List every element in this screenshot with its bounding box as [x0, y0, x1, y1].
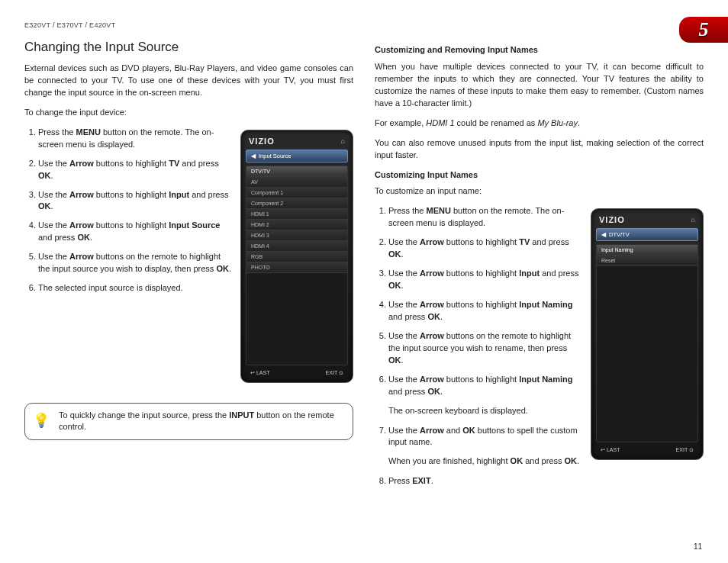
list-item: HDMI 2 [246, 220, 347, 230]
osd-list: Input Naming Reset [596, 244, 698, 442]
subhead-customize-remove: Customizing and Removing Input Names [375, 44, 704, 56]
list-item: DTV/TV [246, 166, 347, 177]
osd-last-label: LAST [250, 370, 269, 376]
osd-list: DTV/TV AV Component 1 Component 2 HDMI 1… [246, 166, 348, 365]
subhead-customize-names: Customizing Input Names [375, 169, 704, 182]
page-number: 11 [694, 542, 702, 551]
bulb-icon: 💡 [33, 412, 50, 431]
list-item: Component 2 [246, 198, 347, 209]
list-item: HDMI 3 [246, 230, 347, 241]
chapter-number: 5 [699, 18, 709, 41]
list-item: HDMI 4 [246, 241, 347, 252]
osd-mock-input-source: VIZIO ⌂ ◀ Input Source DTV/TV AV Compone… [240, 130, 353, 383]
lead-in-right: To customize an input name: [375, 185, 704, 198]
osd-title-bar: ◀ DTV/TV [596, 228, 698, 241]
osd-title: Input Source [259, 153, 292, 159]
osd-exit-label: EXIT [326, 370, 343, 376]
list-item: RGB [246, 252, 347, 262]
tip-callout: 💡 To quickly change the input source, pr… [24, 403, 353, 440]
list-item: Component 1 [246, 188, 347, 198]
header-models: E320VT / E370VT / E420VT [24, 21, 704, 29]
paragraph: When you have multiple devices connected… [375, 61, 704, 110]
osd-title: DTV/TV [609, 231, 630, 238]
brand-logo: VIZIO [599, 215, 625, 224]
osd-title-bar: ◀ Input Source [246, 150, 348, 162]
step: Press EXIT. [388, 475, 704, 487]
home-icon: ⌂ [691, 216, 695, 224]
list-item: Input Naming [597, 245, 697, 256]
paragraph: For example, HDMI 1 could be renamed as … [375, 117, 704, 130]
back-arrow-icon: ◀ [601, 231, 606, 238]
chapter-tab: 5 [679, 17, 728, 43]
list-item: AV [246, 177, 347, 188]
paragraph: You can also remove unused inputs from t… [375, 137, 704, 162]
osd-exit-label: EXIT [676, 447, 694, 453]
osd-mock-input-naming: VIZIO ⌂ ◀ DTV/TV Input Naming Reset LAST… [591, 208, 704, 460]
back-arrow-icon: ◀ [251, 153, 256, 159]
list-item: HDMI 1 [246, 209, 347, 220]
list-item: PHOTO [246, 262, 347, 273]
brand-logo: VIZIO [249, 137, 275, 146]
lead-in-left: To change the input device: [24, 107, 353, 119]
intro-paragraph: External devices such as DVD players, Bl… [24, 63, 353, 99]
osd-last-label: LAST [601, 447, 620, 453]
home-icon: ⌂ [341, 137, 345, 145]
list-item: Reset [597, 256, 697, 266]
section-title-left: Changing the Input Source [24, 40, 353, 55]
